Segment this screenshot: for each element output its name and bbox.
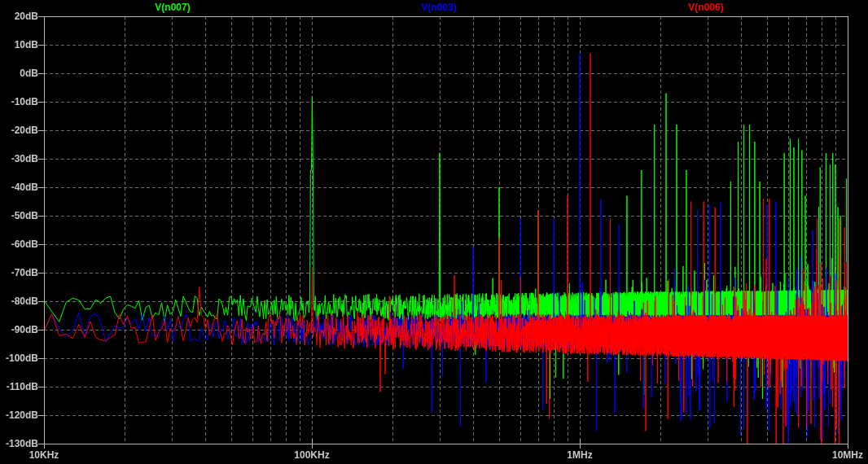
y-axis-tick-label: -100dB	[0, 352, 38, 365]
y-axis-tick-label: -70dB	[0, 266, 38, 279]
ltspice-fft-plot-window: V(n007) V(n003) V(n006) 20dB10dB0dB-10dB…	[0, 0, 868, 464]
y-axis-tick-label: -10dB	[0, 95, 38, 108]
legend-trace-v-n003[interactable]: V(n003)	[421, 2, 456, 13]
x-axis-tick-label: 100KHz	[294, 449, 329, 462]
y-axis-tick-label: -90dB	[0, 323, 38, 336]
y-axis-tick-label: -120dB	[0, 409, 38, 422]
legend-trace-v-n007[interactable]: V(n007)	[155, 2, 190, 13]
x-axis-tick-label: 10MHz	[832, 449, 863, 462]
y-axis-tick-label: -50dB	[0, 209, 38, 222]
x-axis-tick-label: 10KHz	[29, 449, 59, 462]
y-axis-tick-label: -60dB	[0, 238, 38, 251]
y-axis-tick-label: -110dB	[0, 380, 38, 393]
y-axis-tick-label: 10dB	[0, 38, 38, 51]
x-axis-tick-label: 1MHz	[567, 449, 592, 462]
y-axis-tick-label: 0dB	[0, 67, 38, 80]
y-axis-tick-label: -20dB	[0, 124, 38, 137]
y-axis-tick-label: -30dB	[0, 152, 38, 165]
waveform-plot-area[interactable]	[0, 0, 868, 464]
y-axis-tick-label: -80dB	[0, 295, 38, 308]
legend-trace-v-n006[interactable]: V(n006)	[688, 2, 723, 13]
y-axis-tick-label: 20dB	[0, 10, 38, 23]
y-axis-tick-label: -40dB	[0, 181, 38, 194]
